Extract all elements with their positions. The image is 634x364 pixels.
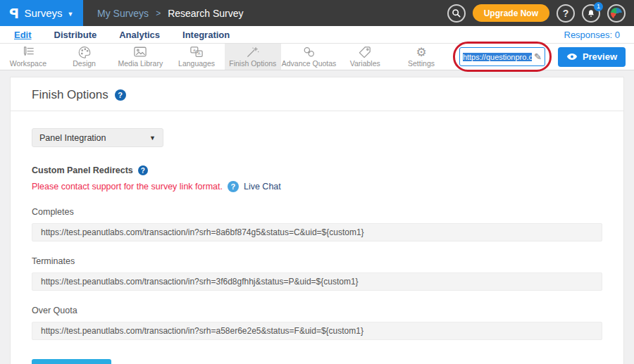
notifications-button[interactable]: 1 <box>582 4 600 23</box>
finish-options-panel: Finish Options ? Panel Integration ▼ Cus… <box>10 77 624 364</box>
avatar-gauge-icon <box>611 8 622 19</box>
question-mark-icon: ? <box>563 8 569 19</box>
tab-edit[interactable]: Edit <box>14 30 32 40</box>
finish-option-type-dropdown[interactable]: Panel Integration ▼ <box>32 128 163 147</box>
completes-label: Completes <box>32 207 602 217</box>
support-notice-text: Please contact support for the survey li… <box>32 182 223 192</box>
toolbar-item-media-library[interactable]: Media Library <box>112 44 168 70</box>
toolbar-item-design[interactable]: Design <box>56 44 113 70</box>
magic-wand-icon <box>245 46 261 58</box>
help-button[interactable]: ? <box>557 4 575 23</box>
custom-panel-redirects-heading: Custom Panel Redirects ? <box>32 165 602 175</box>
search-button[interactable] <box>447 4 466 23</box>
panel-body: Panel Integration ▼ Custom Panel Redirec… <box>11 111 623 364</box>
redirects-help-icon[interactable]: ? <box>138 165 148 175</box>
surveys-product-menu[interactable]: P Surveys ▼ <box>0 0 83 26</box>
toolbar-item-finish-options[interactable]: Finish Options <box>225 44 281 70</box>
live-chat-help-icon[interactable]: ? <box>228 181 239 192</box>
upgrade-now-button[interactable]: Upgrade Now <box>473 4 549 22</box>
breadcrumb-current-survey: Research Survey <box>168 8 243 19</box>
toolbar-item-workspace[interactable]: Workspace <box>0 44 56 70</box>
over-quota-label: Over Quota <box>32 306 602 315</box>
chevron-down-icon: ▼ <box>68 11 74 18</box>
survey-url-selected-text: https://questionpro.com/t/A <box>463 53 532 61</box>
survey-url-input[interactable]: https://questionpro.com/t/A ✎ <box>459 47 545 66</box>
finish-options-help-icon[interactable]: ? <box>115 89 126 101</box>
tag-icon <box>358 46 372 58</box>
dropdown-caret-icon: ▼ <box>149 134 156 142</box>
survey-nav: Edit Distribute Analytics Integration Re… <box>0 26 634 44</box>
breadcrumb-my-surveys[interactable]: My Surveys <box>97 8 149 19</box>
toolbar-item-settings[interactable]: ⚙ Settings <box>393 44 449 70</box>
dropdown-selected-value: Panel Integration <box>39 133 106 143</box>
account-avatar[interactable] <box>607 4 626 23</box>
terminates-field: Terminates https://test.peanutlabs.com/t… <box>32 256 602 291</box>
save-changes-button[interactable]: Save Changes <box>32 359 111 364</box>
questionpro-logo: P <box>9 6 19 21</box>
tab-distribute[interactable]: Distribute <box>54 30 97 40</box>
notification-count-badge: 1 <box>594 2 603 11</box>
eye-icon <box>566 53 578 61</box>
workspace-list-icon <box>20 46 36 58</box>
over-quota-field: Over Quota https://test.peanutlabs.com/t… <box>32 306 602 340</box>
completes-url-input[interactable]: https://test.peanutlabs.com/transaction/… <box>32 223 602 241</box>
breadcrumb-separator: > <box>156 8 161 18</box>
live-chat-link[interactable]: Live Chat <box>244 182 281 192</box>
edit-toolbar: Workspace Design Media Library a A Langu… <box>0 44 634 70</box>
main-area: Finish Options ? Panel Integration ▼ Cus… <box>0 70 634 364</box>
gear-icon: ⚙ <box>416 46 426 58</box>
terminates-label: Terminates <box>32 256 602 266</box>
palette-icon <box>77 46 92 58</box>
svg-text:a: a <box>193 48 196 52</box>
completes-field: Completes https://test.peanutlabs.com/tr… <box>32 207 602 241</box>
breadcrumb: My Surveys > Research Survey <box>97 0 244 26</box>
preview-button[interactable]: Preview <box>558 47 626 67</box>
toolbar-item-advance-quotas[interactable]: Advance Quotas <box>281 44 337 70</box>
image-icon <box>132 46 148 58</box>
tab-integration[interactable]: Integration <box>182 30 230 40</box>
toolbar-item-languages[interactable]: a A Languages <box>168 44 225 70</box>
page-title: Finish Options <box>32 88 108 102</box>
responses-count: Responses: 0 <box>564 30 621 40</box>
translate-icon: a A <box>189 46 204 58</box>
toolbar-item-variables[interactable]: Variables <box>337 44 393 70</box>
chain-link-icon <box>302 46 317 58</box>
over-quota-url-input[interactable]: https://test.peanutlabs.com/transaction/… <box>32 322 602 340</box>
survey-url-container: https://questionpro.com/t/A ✎ <box>459 47 545 66</box>
terminates-url-input[interactable]: https://test.peanutlabs.com/transaction/… <box>32 272 602 291</box>
search-icon <box>452 8 461 18</box>
top-bar: P Surveys ▼ My Surveys > Research Survey… <box>0 0 634 26</box>
edit-url-pencil-icon[interactable]: ✎ <box>534 51 542 62</box>
tab-analytics[interactable]: Analytics <box>119 30 160 40</box>
svg-text:A: A <box>198 51 201 56</box>
panel-header: Finish Options ? <box>11 77 623 111</box>
topbar-actions: Upgrade Now ? 1 <box>447 0 634 26</box>
support-notice-row: Please contact support for the survey li… <box>32 181 602 192</box>
